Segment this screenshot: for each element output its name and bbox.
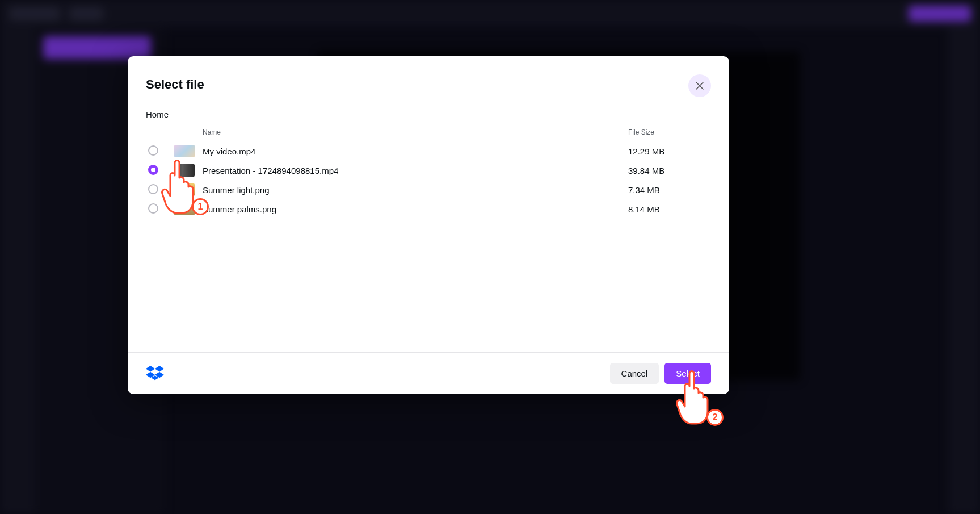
file-radio[interactable] — [148, 145, 158, 156]
file-name: Summer light.png — [200, 180, 626, 199]
cancel-button[interactable]: Cancel — [610, 363, 659, 384]
modal-footer: Cancel Select — [128, 352, 729, 394]
file-thumbnail — [174, 164, 195, 177]
file-row[interactable]: Summer light.png 7.34 MB — [146, 180, 711, 199]
modal-title: Select file — [146, 77, 204, 92]
file-thumbnail — [174, 203, 195, 215]
close-button[interactable] — [688, 74, 711, 97]
file-name: Presentation - 1724894098815.mp4 — [200, 161, 626, 180]
file-size: 7.34 MB — [626, 180, 711, 199]
file-radio[interactable] — [148, 165, 158, 175]
file-radio[interactable] — [148, 203, 158, 214]
breadcrumb[interactable]: Home — [128, 103, 729, 124]
file-size: 12.29 MB — [626, 141, 711, 161]
close-icon — [696, 82, 704, 90]
column-header-name: Name — [200, 124, 626, 141]
file-thumbnail — [174, 145, 195, 157]
file-row[interactable]: Summer palms.png 8.14 MB — [146, 199, 711, 219]
file-list: Name File Size My video.mp4 12.29 MB Pre… — [128, 124, 729, 352]
file-row[interactable]: Presentation - 1724894098815.mp4 39.84 M… — [146, 161, 711, 180]
file-name: Summer palms.png — [200, 199, 626, 219]
file-size: 8.14 MB — [626, 199, 711, 219]
file-size: 39.84 MB — [626, 161, 711, 180]
column-header-size: File Size — [626, 124, 711, 141]
select-button[interactable]: Select — [664, 363, 711, 384]
file-row[interactable]: My video.mp4 12.29 MB — [146, 141, 711, 161]
select-file-modal: Select file Home Name File Size — [128, 56, 729, 394]
modal-header: Select file — [128, 56, 729, 103]
file-name: My video.mp4 — [200, 141, 626, 161]
dropbox-icon — [146, 365, 164, 383]
file-radio[interactable] — [148, 184, 158, 194]
file-thumbnail — [174, 183, 195, 196]
